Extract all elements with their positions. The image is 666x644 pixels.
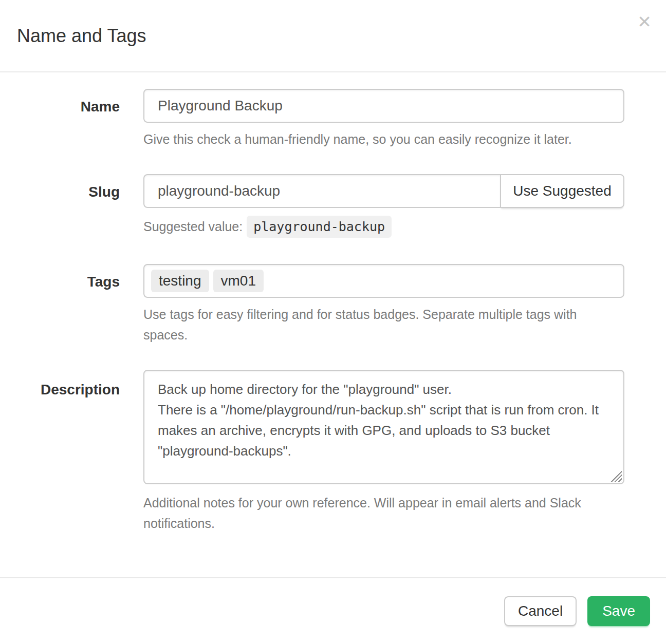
tag-chip[interactable]: vm01 — [213, 270, 264, 292]
suggested-value-code: playground-backup — [247, 216, 392, 238]
description-label: Description — [17, 370, 143, 534]
description-help-text: Additional notes for your own reference.… — [143, 493, 624, 534]
tags-input[interactable]: testing vm01 — [143, 264, 624, 298]
close-icon[interactable]: ✕ — [637, 13, 652, 30]
save-button[interactable]: Save — [587, 596, 650, 626]
name-and-tags-dialog: Name and Tags ✕ Name Give this check a h… — [0, 0, 666, 644]
dialog-title: Name and Tags — [17, 25, 146, 47]
dialog-footer: Cancel Save — [0, 577, 666, 644]
tags-help-text: Use tags for easy filtering and for stat… — [143, 304, 624, 345]
dialog-header: Name and Tags ✕ — [0, 0, 666, 72]
slug-input[interactable] — [143, 174, 501, 208]
dialog-body: Name Give this check a human-friendly na… — [0, 72, 666, 577]
cancel-button[interactable]: Cancel — [504, 596, 577, 626]
tags-row: Tags testing vm01 Use tags for easy filt… — [17, 264, 624, 345]
name-label: Name — [17, 89, 143, 149]
use-suggested-button[interactable]: Use Suggested — [500, 174, 624, 208]
suggested-value-label: Suggested value: — [143, 219, 243, 234]
tag-chip[interactable]: testing — [151, 270, 209, 292]
description-textarea[interactable]: Back up home directory for the "playgrou… — [143, 370, 624, 484]
name-help-text: Give this check a human-friendly name, s… — [143, 129, 624, 149]
slug-label: Slug — [17, 174, 143, 239]
slug-row: Slug Use Suggested Suggested value:playg… — [17, 174, 624, 239]
slug-input-group: Use Suggested — [143, 174, 624, 208]
name-input[interactable] — [143, 89, 624, 123]
description-row: Description Back up home directory for t… — [17, 370, 624, 534]
tags-label: Tags — [17, 264, 143, 345]
suggested-value-line: Suggested value:playground-backup — [143, 214, 624, 239]
name-row: Name Give this check a human-friendly na… — [17, 89, 624, 149]
